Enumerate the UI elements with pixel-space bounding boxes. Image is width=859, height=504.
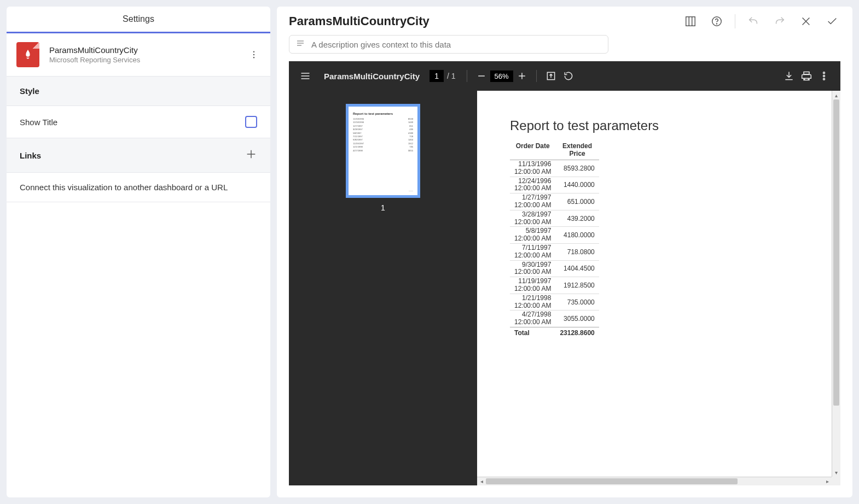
top-actions — [682, 13, 840, 30]
separator — [735, 14, 735, 28]
zoom-value[interactable]: 56% — [490, 71, 513, 82]
show-title-checkbox[interactable] — [245, 116, 257, 128]
links-section-header: Links — [7, 138, 270, 173]
viewer-menu-icon[interactable] — [297, 67, 314, 85]
cell-date: 11/13/199612:00:00 AM — [510, 160, 555, 177]
viewer-toolbar: ParamsMultiCountryCity / 1 56% — [289, 61, 840, 91]
svg-rect-3 — [686, 17, 695, 26]
table-row: 9/30/199712:00:00 AM1404.4500 — [510, 260, 599, 277]
scroll-down-icon[interactable]: ▾ — [832, 468, 840, 477]
cell-price: 4180.0000 — [555, 227, 599, 244]
links-label: Links — [20, 151, 41, 160]
report-menu-button[interactable] — [247, 48, 260, 61]
download-button[interactable] — [780, 67, 798, 85]
cell-date: 5/8/199712:00:00 AM — [510, 227, 555, 244]
table-row: 11/13/199612:00:00 AM8593.2800 — [510, 160, 599, 177]
vertical-scrollbar[interactable]: ▴ ▾ — [832, 91, 840, 477]
settings-tab[interactable]: Settings — [7, 7, 270, 33]
fit-page-button[interactable] — [542, 67, 560, 85]
visualization-title[interactable]: ParamsMultiCountryCity — [289, 14, 430, 28]
page-total: / 1 — [447, 72, 456, 80]
cell-price: 1440.0000 — [555, 177, 599, 194]
cell-date: 7/11/199712:00:00 AM — [510, 243, 555, 260]
help-icon[interactable] — [709, 13, 725, 30]
table-row: 4/27/199812:00:00 AM3055.0000 — [510, 310, 599, 327]
page-thumbnail[interactable]: Report to test parameters 11/13/19968593… — [346, 104, 420, 198]
separator — [536, 70, 537, 82]
cell-price: 3055.0000 — [555, 310, 599, 327]
table-row: 7/11/199712:00:00 AM718.0800 — [510, 243, 599, 260]
svg-point-5 — [716, 24, 717, 24]
col-extended-price: ExtendedPrice — [555, 141, 599, 160]
svg-point-9 — [823, 78, 825, 80]
svg-point-0 — [253, 51, 254, 52]
cell-date: 1/27/199712:00:00 AM — [510, 194, 555, 210]
viewer-more-button[interactable] — [815, 67, 833, 85]
page-number-input[interactable] — [430, 70, 444, 82]
thumb-title: Report to test parameters — [353, 112, 413, 115]
close-button[interactable] — [798, 13, 814, 30]
horizontal-scroll-thumb[interactable] — [486, 478, 738, 484]
table-row: 3/28/199712:00:00 AM439.2000 — [510, 210, 599, 227]
cell-price: 1404.4500 — [555, 260, 599, 277]
cell-price: 1912.8500 — [555, 277, 599, 294]
top-bar: ParamsMultiCountryCity — [289, 13, 840, 30]
show-title-label: Show Title — [20, 118, 57, 127]
preview-panel: ParamsMultiCountryCity — [277, 7, 852, 497]
svg-point-2 — [253, 57, 254, 58]
thumb-footer: —— — [409, 189, 413, 192]
cell-price: 718.0800 — [555, 243, 599, 260]
pdf-viewer: ParamsMultiCountryCity / 1 56% — [289, 61, 840, 485]
description-field[interactable] — [289, 35, 608, 54]
table-row: 1/21/199812:00:00 AM735.0000 — [510, 294, 599, 310]
zoom-in-button[interactable] — [513, 67, 531, 85]
report-source-row: ParamsMultiCountryCity Microsoft Reporti… — [7, 33, 270, 77]
table-row: 11/19/199712:00:00 AM1912.8500 — [510, 277, 599, 294]
cell-date: 9/30/199712:00:00 AM — [510, 260, 555, 277]
thumbnail-pane: Report to test parameters 11/13/19968593… — [289, 91, 477, 485]
add-link-button[interactable] — [245, 148, 257, 162]
description-icon — [295, 39, 306, 50]
redo-button[interactable] — [771, 13, 788, 30]
cell-price: 439.2000 — [555, 210, 599, 227]
col-order-date: Order Date — [510, 141, 555, 160]
page-pane[interactable]: Report to test parameters Order Date Ext… — [477, 91, 840, 485]
links-help-text: Connect this visualization to another da… — [7, 173, 270, 202]
cell-date: 12/24/199612:00:00 AM — [510, 177, 555, 194]
total-label: Total — [510, 327, 555, 337]
rotate-button[interactable] — [560, 67, 577, 85]
viewer-body: Report to test parameters 11/13/19968593… — [289, 91, 840, 485]
show-title-row: Show Title — [7, 106, 270, 138]
scroll-right-icon[interactable]: ▸ — [823, 477, 832, 485]
cell-date: 4/27/199812:00:00 AM — [510, 310, 555, 327]
thumbnail-number: 1 — [381, 203, 385, 212]
description-input[interactable] — [311, 40, 602, 49]
viewer-doc-title: ParamsMultiCountryCity — [324, 72, 420, 81]
confirm-button[interactable] — [824, 13, 840, 30]
cell-date: 11/19/199712:00:00 AM — [510, 277, 555, 294]
print-button[interactable] — [798, 67, 815, 85]
report-name: ParamsMultiCountryCity — [49, 45, 247, 55]
svg-point-7 — [823, 72, 825, 74]
total-row: Total23128.8600 — [510, 327, 599, 337]
table-row: 5/8/199712:00:00 AM4180.0000 — [510, 227, 599, 244]
grid-icon[interactable] — [682, 13, 699, 30]
pdf-icon — [16, 42, 39, 67]
report-title: Report to test parameters — [510, 118, 808, 133]
horizontal-scrollbar[interactable]: ◂ ▸ — [477, 477, 832, 485]
cell-price: 735.0000 — [555, 294, 599, 310]
report-table: Order Date ExtendedPrice 11/13/199612:00… — [510, 141, 599, 337]
table-row: 12/24/199612:00:00 AM1440.0000 — [510, 177, 599, 194]
cell-date: 3/28/199712:00:00 AM — [510, 210, 555, 227]
cell-date: 1/21/199812:00:00 AM — [510, 294, 555, 310]
vertical-scroll-thumb[interactable] — [833, 99, 839, 406]
cell-price: 651.0000 — [555, 194, 599, 210]
style-section-header: Style — [7, 77, 270, 106]
table-row: 1/27/199712:00:00 AM651.0000 — [510, 194, 599, 210]
scroll-left-icon[interactable]: ◂ — [477, 477, 486, 485]
undo-button[interactable] — [745, 13, 762, 30]
report-page: Report to test parameters Order Date Ext… — [477, 91, 840, 365]
zoom-out-button[interactable] — [473, 67, 490, 85]
cell-price: 8593.2800 — [555, 160, 599, 177]
scroll-up-icon[interactable]: ▴ — [832, 91, 840, 99]
